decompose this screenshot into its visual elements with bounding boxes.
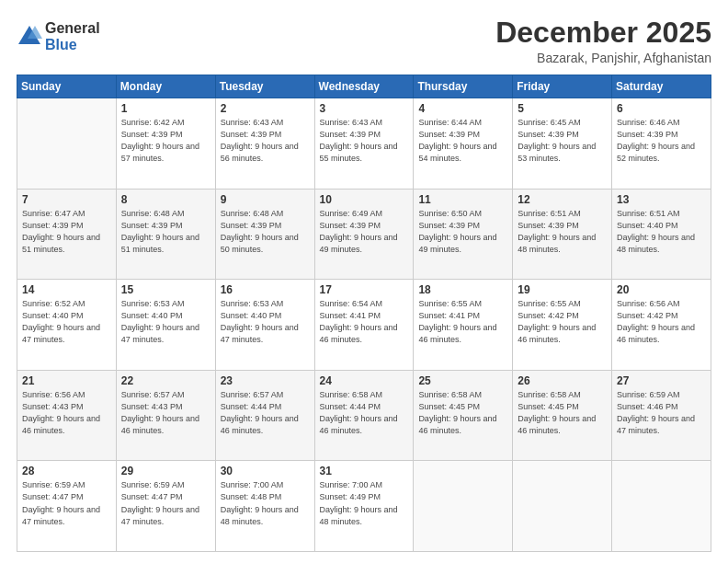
table-row: 18 Sunrise: 6:55 AMSunset: 4:41 PMDaylig… [414,280,513,371]
day-number: 9 [221,193,310,206]
table-row: 19 Sunrise: 6:55 AMSunset: 4:42 PMDaylig… [513,280,612,371]
day-info: Sunrise: 6:57 AMSunset: 4:44 PMDaylight:… [221,390,299,435]
table-row: 2 Sunrise: 6:43 AMSunset: 4:39 PMDayligh… [215,98,314,190]
day-info: Sunrise: 6:55 AMSunset: 4:42 PMDaylight:… [518,299,596,344]
day-number: 13 [617,193,706,206]
table-row: 24 Sunrise: 6:58 AMSunset: 4:44 PMDaylig… [314,370,414,461]
logo-blue-text: Blue [45,37,100,53]
day-info: Sunrise: 6:50 AMSunset: 4:39 PMDaylight:… [418,209,496,254]
table-row: 30 Sunrise: 7:00 AMSunset: 4:48 PMDaylig… [215,461,314,552]
day-info: Sunrise: 6:55 AMSunset: 4:41 PMDaylight:… [418,299,496,344]
day-number: 20 [617,283,706,296]
day-number: 29 [121,465,210,477]
table-row: 4 Sunrise: 6:44 AMSunset: 4:39 PMDayligh… [414,98,513,190]
day-number: 25 [418,374,507,387]
day-info: Sunrise: 6:49 AMSunset: 4:39 PMDaylight:… [320,209,398,254]
table-row: 9 Sunrise: 6:48 AMSunset: 4:39 PMDayligh… [215,189,314,280]
day-info: Sunrise: 6:46 AMSunset: 4:39 PMDaylight:… [617,118,695,163]
day-info: Sunrise: 6:51 AMSunset: 4:40 PMDaylight:… [617,209,695,254]
day-number: 14 [22,283,111,296]
day-number: 6 [617,102,706,115]
table-row: 26 Sunrise: 6:58 AMSunset: 4:45 PMDaylig… [513,370,612,461]
day-info: Sunrise: 6:57 AMSunset: 4:43 PMDaylight:… [121,390,199,435]
day-number: 10 [320,193,409,206]
day-info: Sunrise: 6:56 AMSunset: 4:43 PMDaylight:… [22,390,100,435]
day-number: 11 [418,193,507,206]
table-row: 14 Sunrise: 6:52 AMSunset: 4:40 PMDaylig… [17,280,117,371]
day-info: Sunrise: 6:59 AMSunset: 4:47 PMDaylight:… [22,480,100,525]
table-row [17,98,117,190]
day-info: Sunrise: 6:53 AMSunset: 4:40 PMDaylight:… [221,299,299,344]
day-info: Sunrise: 6:53 AMSunset: 4:40 PMDaylight:… [121,299,199,344]
table-row: 6 Sunrise: 6:46 AMSunset: 4:39 PMDayligh… [612,98,711,190]
day-info: Sunrise: 6:54 AMSunset: 4:41 PMDaylight:… [320,299,398,344]
table-row: 7 Sunrise: 6:47 AMSunset: 4:39 PMDayligh… [17,189,117,280]
day-number: 31 [320,465,409,477]
table-row [414,461,513,552]
table-row: 23 Sunrise: 6:57 AMSunset: 4:44 PMDaylig… [215,370,314,461]
logo-icon [17,24,42,50]
calendar-table: Sunday Monday Tuesday Wednesday Thursday… [17,75,711,552]
day-number: 12 [518,193,607,206]
day-number: 28 [22,465,111,477]
day-info: Sunrise: 7:00 AMSunset: 4:49 PMDaylight:… [320,480,398,525]
col-wednesday: Wednesday [314,75,414,98]
day-number: 5 [518,102,607,115]
day-info: Sunrise: 6:58 AMSunset: 4:45 PMDaylight:… [518,390,596,435]
day-info: Sunrise: 6:44 AMSunset: 4:39 PMDaylight:… [418,118,496,163]
subtitle: Bazarak, Panjshir, Afghanistan [495,51,711,65]
day-info: Sunrise: 6:48 AMSunset: 4:39 PMDaylight:… [221,209,299,254]
day-info: Sunrise: 6:43 AMSunset: 4:39 PMDaylight:… [320,118,398,163]
logo: General Blue [17,20,100,52]
day-info: Sunrise: 6:59 AMSunset: 4:47 PMDaylight:… [121,480,199,525]
table-row: 21 Sunrise: 6:56 AMSunset: 4:43 PMDaylig… [17,370,117,461]
table-row: 12 Sunrise: 6:51 AMSunset: 4:39 PMDaylig… [513,189,612,280]
main-title: December 2025 [495,17,711,49]
table-row: 31 Sunrise: 7:00 AMSunset: 4:49 PMDaylig… [314,461,414,552]
day-info: Sunrise: 6:42 AMSunset: 4:39 PMDaylight:… [121,118,199,163]
day-number: 27 [617,374,706,387]
calendar-header-row: Sunday Monday Tuesday Wednesday Thursday… [17,75,711,98]
day-number: 8 [121,193,210,206]
day-number: 19 [518,283,607,296]
table-row: 28 Sunrise: 6:59 AMSunset: 4:47 PMDaylig… [17,461,117,552]
table-row [513,461,612,552]
table-row: 8 Sunrise: 6:48 AMSunset: 4:39 PMDayligh… [116,189,215,280]
col-monday: Monday [116,75,215,98]
day-number: 4 [418,102,507,115]
header: General Blue December 2025 Bazarak, Panj… [17,17,711,65]
day-info: Sunrise: 6:48 AMSunset: 4:39 PMDaylight:… [121,209,199,254]
day-info: Sunrise: 6:52 AMSunset: 4:40 PMDaylight:… [22,299,100,344]
table-row: 3 Sunrise: 6:43 AMSunset: 4:39 PMDayligh… [314,98,414,190]
day-number: 21 [22,374,111,387]
day-info: Sunrise: 6:45 AMSunset: 4:39 PMDaylight:… [518,118,596,163]
day-number: 24 [320,374,409,387]
col-thursday: Thursday [414,75,513,98]
day-number: 1 [121,102,210,115]
col-sunday: Sunday [17,75,117,98]
day-info: Sunrise: 6:58 AMSunset: 4:44 PMDaylight:… [320,390,398,435]
day-number: 16 [221,283,310,296]
table-row: 1 Sunrise: 6:42 AMSunset: 4:39 PMDayligh… [116,98,215,190]
table-row: 20 Sunrise: 6:56 AMSunset: 4:42 PMDaylig… [612,280,711,371]
table-row: 11 Sunrise: 6:50 AMSunset: 4:39 PMDaylig… [414,189,513,280]
day-number: 2 [221,102,310,115]
day-number: 18 [418,283,507,296]
day-info: Sunrise: 6:43 AMSunset: 4:39 PMDaylight:… [221,118,299,163]
table-row: 15 Sunrise: 6:53 AMSunset: 4:40 PMDaylig… [116,280,215,371]
day-info: Sunrise: 6:47 AMSunset: 4:39 PMDaylight:… [22,209,100,254]
table-row: 25 Sunrise: 6:58 AMSunset: 4:45 PMDaylig… [414,370,513,461]
title-block: December 2025 Bazarak, Panjshir, Afghani… [495,17,711,65]
day-number: 15 [121,283,210,296]
day-number: 22 [121,374,210,387]
day-number: 17 [320,283,409,296]
table-row: 22 Sunrise: 6:57 AMSunset: 4:43 PMDaylig… [116,370,215,461]
day-info: Sunrise: 6:59 AMSunset: 4:46 PMDaylight:… [617,390,695,435]
table-row: 10 Sunrise: 6:49 AMSunset: 4:39 PMDaylig… [314,189,414,280]
col-saturday: Saturday [612,75,711,98]
day-number: 30 [221,465,310,477]
logo-general-text: General [45,20,100,37]
col-friday: Friday [513,75,612,98]
day-number: 7 [22,193,111,206]
day-number: 23 [221,374,310,387]
